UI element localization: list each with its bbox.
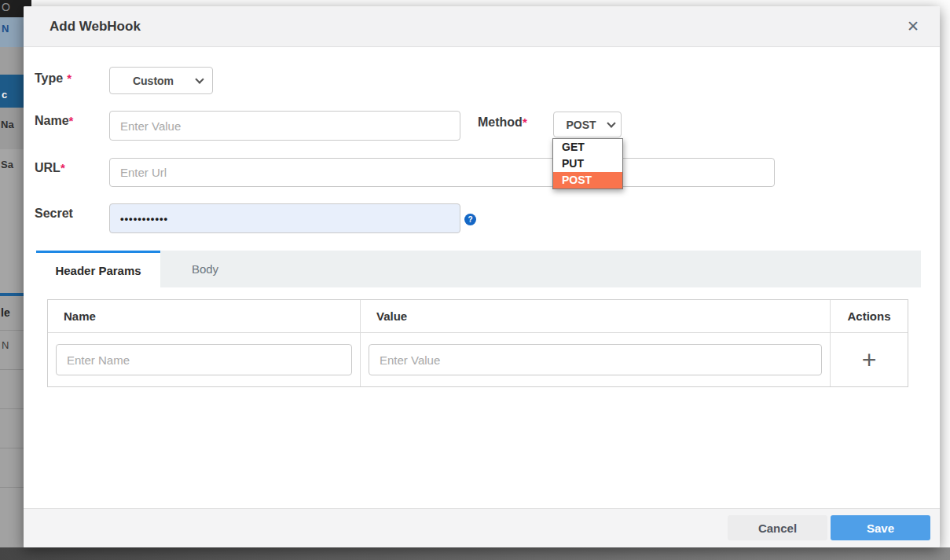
background-fragment: le [1,306,10,319]
background-fragment: c [2,89,7,101]
dialog-title: Add WebHook [50,6,141,47]
method-label: Method* [478,115,527,130]
method-option-put[interactable]: PUT [553,156,622,172]
background-blue-block: c [0,75,24,108]
tab-header-params[interactable]: Header Params [36,251,160,287]
type-select[interactable]: Custom [109,67,213,94]
background-row-divider [0,448,24,448]
table-row: + [48,333,908,386]
background-fragment: Na [1,119,14,130]
method-option-post[interactable]: POST [553,172,622,188]
tab-body[interactable]: Body [160,251,250,287]
name-label: Name* [35,114,73,128]
chevron-down-icon [607,119,615,127]
dialog-header: Add WebHook ✕ [24,6,940,47]
required-asterisk: * [67,71,72,85]
required-asterisk: * [69,114,74,127]
param-name-input[interactable] [56,344,352,375]
background-row-divider [0,487,24,488]
param-actions-cell: + [830,333,908,386]
required-asterisk: * [523,115,527,129]
url-label: URL* [35,161,65,175]
table-header-row: Name Value Actions [48,300,908,333]
background-fragment: N [2,339,9,351]
method-dropdown-list: GET PUT POST [552,138,623,189]
column-header-actions: Actions [830,300,908,332]
chevron-down-icon [195,75,204,83]
background-strip [0,47,24,75]
secret-label: Secret [35,207,73,221]
cancel-button[interactable]: Cancel [728,515,827,540]
header-params-table: Name Value Actions + [47,299,908,387]
close-icon[interactable]: ✕ [902,6,924,47]
background-row-divider [0,408,24,409]
method-select[interactable]: POST [553,112,622,137]
required-asterisk: * [61,161,65,174]
screen: O N c Na Sa le N Add WebHook ✕ Type* Cus… [0,0,950,560]
secret-input[interactable] [109,203,460,233]
background-row-divider [0,369,24,370]
background-nav-strip: N [0,17,24,47]
column-header-value: Value [360,300,830,332]
param-value-input[interactable] [369,344,822,375]
column-header-name: Name [48,300,360,332]
method-option-get[interactable]: GET [553,139,622,156]
save-button[interactable]: Save [831,515,930,540]
url-input[interactable] [109,158,775,187]
background-row-divider [0,330,24,331]
background-bottom-bar [0,547,950,560]
background-fragment: Sa [1,159,13,170]
type-select-value: Custom [110,75,196,87]
param-value-cell [360,333,830,386]
tab-bar: Header Params Body [36,251,921,287]
background-strip: Sa [0,149,24,293]
background-strip: le N [0,296,24,547]
type-label: Type* [35,71,72,86]
add-webhook-dialog: Add WebHook ✕ Type* Custom Name* Method*… [24,6,940,547]
background-strip: Na [0,108,24,149]
background-fragment: N [2,23,9,35]
dialog-footer: Cancel Save [24,508,940,547]
background-fragment: O [2,1,10,13]
method-select-value: POST [554,119,608,131]
add-row-icon[interactable]: + [862,347,877,372]
help-icon[interactable]: ? [464,214,476,225]
param-name-cell [48,333,360,386]
name-input[interactable] [109,111,460,141]
